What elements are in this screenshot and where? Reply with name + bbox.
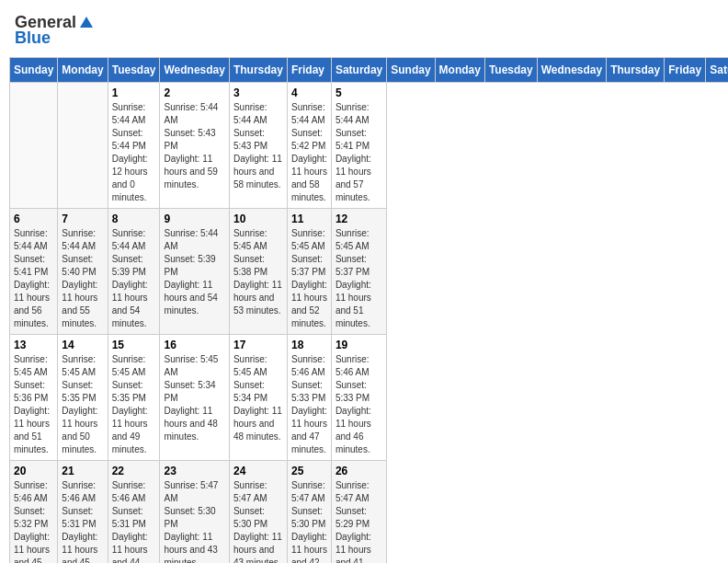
weekday-header: Sunday xyxy=(10,58,58,83)
weekday-header-cell: Tuesday xyxy=(484,58,537,83)
day-info: Sunrise: 5:44 AMSunset: 5:42 PMDaylight:… xyxy=(291,101,327,204)
day-info: Sunrise: 5:45 AMSunset: 5:38 PMDaylight:… xyxy=(233,227,283,317)
day-info: Sunrise: 5:44 AMSunset: 5:43 PMDaylight:… xyxy=(164,101,224,191)
day-info: Sunrise: 5:45 AMSunset: 5:34 PMDaylight:… xyxy=(164,353,224,443)
calendar-cell: 5Sunrise: 5:44 AMSunset: 5:41 PMDaylight… xyxy=(331,83,386,209)
day-info: Sunrise: 5:46 AMSunset: 5:33 PMDaylight:… xyxy=(336,353,382,456)
calendar-cell: 15Sunrise: 5:45 AMSunset: 5:35 PMDayligh… xyxy=(108,335,160,461)
calendar-cell xyxy=(58,83,108,209)
day-info: Sunrise: 5:44 AMSunset: 5:39 PMDaylight:… xyxy=(164,227,224,317)
calendar-table: SundayMondayTuesdayWednesdayThursdayFrid… xyxy=(9,57,728,563)
day-number: 1 xyxy=(112,86,156,99)
day-number: 16 xyxy=(164,339,224,351)
day-info: Sunrise: 5:45 AMSunset: 5:37 PMDaylight:… xyxy=(336,227,382,330)
day-number: 25 xyxy=(291,465,327,477)
calendar-cell: 4Sunrise: 5:44 AMSunset: 5:42 PMDaylight… xyxy=(287,83,331,209)
weekday-header: Thursday xyxy=(229,58,287,83)
day-number: 6 xyxy=(14,213,53,225)
day-number: 20 xyxy=(14,465,53,477)
day-number: 10 xyxy=(233,213,283,225)
day-info: Sunrise: 5:44 AMSunset: 5:44 PMDaylight:… xyxy=(112,101,156,204)
calendar-header-row: SundayMondayTuesdayWednesdayThursdayFrid… xyxy=(10,58,729,83)
day-info: Sunrise: 5:46 AMSunset: 5:33 PMDaylight:… xyxy=(291,353,327,456)
weekday-header-cell: Thursday xyxy=(607,58,665,83)
day-info: Sunrise: 5:44 AMSunset: 5:40 PMDaylight:… xyxy=(62,227,103,330)
weekday-header-cell: Wednesday xyxy=(537,58,606,83)
day-info: Sunrise: 5:47 AMSunset: 5:30 PMDaylight:… xyxy=(291,479,327,563)
calendar-cell: 18Sunrise: 5:46 AMSunset: 5:33 PMDayligh… xyxy=(287,335,331,461)
calendar-cell: 17Sunrise: 5:45 AMSunset: 5:34 PMDayligh… xyxy=(229,335,287,461)
calendar-cell: 24Sunrise: 5:47 AMSunset: 5:30 PMDayligh… xyxy=(229,461,287,564)
calendar-cell: 11Sunrise: 5:45 AMSunset: 5:37 PMDayligh… xyxy=(287,209,331,335)
day-number: 18 xyxy=(291,339,327,351)
day-info: Sunrise: 5:45 AMSunset: 5:35 PMDaylight:… xyxy=(112,353,156,456)
calendar-cell: 14Sunrise: 5:45 AMSunset: 5:35 PMDayligh… xyxy=(58,335,108,461)
weekday-header: Monday xyxy=(58,58,108,83)
day-number: 11 xyxy=(291,213,327,225)
day-info: Sunrise: 5:47 AMSunset: 5:30 PMDaylight:… xyxy=(233,479,283,563)
day-info: Sunrise: 5:44 AMSunset: 5:41 PMDaylight:… xyxy=(336,101,382,204)
calendar-cell: 6Sunrise: 5:44 AMSunset: 5:41 PMDaylight… xyxy=(10,209,58,335)
day-info: Sunrise: 5:46 AMSunset: 5:32 PMDaylight:… xyxy=(14,479,53,563)
day-info: Sunrise: 5:46 AMSunset: 5:31 PMDaylight:… xyxy=(112,479,156,563)
calendar-cell xyxy=(10,83,58,209)
day-info: Sunrise: 5:47 AMSunset: 5:29 PMDaylight:… xyxy=(336,479,382,563)
day-info: Sunrise: 5:47 AMSunset: 5:30 PMDaylight:… xyxy=(164,479,224,563)
day-info: Sunrise: 5:45 AMSunset: 5:35 PMDaylight:… xyxy=(62,353,103,456)
day-number: 7 xyxy=(62,213,103,225)
page-header: General Blue xyxy=(9,9,719,52)
calendar-cell: 1Sunrise: 5:44 AMSunset: 5:44 PMDaylight… xyxy=(108,83,160,209)
calendar-cell: 22Sunrise: 5:46 AMSunset: 5:31 PMDayligh… xyxy=(108,461,160,564)
day-number: 4 xyxy=(291,86,327,99)
calendar-cell: 13Sunrise: 5:45 AMSunset: 5:36 PMDayligh… xyxy=(10,335,58,461)
calendar-cell: 12Sunrise: 5:45 AMSunset: 5:37 PMDayligh… xyxy=(331,209,386,335)
calendar-cell: 23Sunrise: 5:47 AMSunset: 5:30 PMDayligh… xyxy=(160,461,229,564)
day-number: 15 xyxy=(112,339,156,351)
calendar-cell: 10Sunrise: 5:45 AMSunset: 5:38 PMDayligh… xyxy=(229,209,287,335)
day-number: 23 xyxy=(164,465,224,477)
logo-blue-text: Blue xyxy=(15,29,51,48)
day-info: Sunrise: 5:44 AMSunset: 5:43 PMDaylight:… xyxy=(233,101,283,191)
day-info: Sunrise: 5:46 AMSunset: 5:31 PMDaylight:… xyxy=(62,479,103,563)
day-info: Sunrise: 5:45 AMSunset: 5:36 PMDaylight:… xyxy=(14,353,53,456)
calendar-cell: 8Sunrise: 5:44 AMSunset: 5:39 PMDaylight… xyxy=(108,209,160,335)
weekday-header: Saturday xyxy=(331,58,386,83)
day-number: 2 xyxy=(164,86,224,99)
day-info: Sunrise: 5:45 AMSunset: 5:34 PMDaylight:… xyxy=(233,353,283,443)
calendar-cell: 3Sunrise: 5:44 AMSunset: 5:43 PMDaylight… xyxy=(229,83,287,209)
calendar-cell: 26Sunrise: 5:47 AMSunset: 5:29 PMDayligh… xyxy=(331,461,386,564)
day-info: Sunrise: 5:44 AMSunset: 5:41 PMDaylight:… xyxy=(14,227,53,330)
day-number: 21 xyxy=(62,465,103,477)
calendar-cell: 9Sunrise: 5:44 AMSunset: 5:39 PMDaylight… xyxy=(160,209,229,335)
calendar-cell: 2Sunrise: 5:44 AMSunset: 5:43 PMDaylight… xyxy=(160,83,229,209)
day-number: 3 xyxy=(233,86,283,99)
weekday-header: Friday xyxy=(287,58,331,83)
calendar-week-row: 1Sunrise: 5:44 AMSunset: 5:44 PMDaylight… xyxy=(10,83,729,209)
calendar-week-row: 6Sunrise: 5:44 AMSunset: 5:41 PMDaylight… xyxy=(10,209,729,335)
day-number: 8 xyxy=(112,213,156,225)
day-info: Sunrise: 5:44 AMSunset: 5:39 PMDaylight:… xyxy=(112,227,156,330)
weekday-header-cell: Sunday xyxy=(387,58,435,83)
calendar-cell: 25Sunrise: 5:47 AMSunset: 5:30 PMDayligh… xyxy=(287,461,331,564)
calendar-cell: 16Sunrise: 5:45 AMSunset: 5:34 PMDayligh… xyxy=(160,335,229,461)
weekday-header-cell: Monday xyxy=(435,58,484,83)
weekday-header: Wednesday xyxy=(160,58,229,83)
day-number: 5 xyxy=(336,86,382,99)
day-info: Sunrise: 5:45 AMSunset: 5:37 PMDaylight:… xyxy=(291,227,327,330)
day-number: 26 xyxy=(336,465,382,477)
calendar-week-row: 20Sunrise: 5:46 AMSunset: 5:32 PMDayligh… xyxy=(10,461,729,564)
day-number: 22 xyxy=(112,465,156,477)
day-number: 24 xyxy=(233,465,283,477)
svg-marker-0 xyxy=(80,17,93,28)
logo: General Blue xyxy=(15,13,95,48)
calendar-cell: 19Sunrise: 5:46 AMSunset: 5:33 PMDayligh… xyxy=(331,335,386,461)
calendar-cell: 21Sunrise: 5:46 AMSunset: 5:31 PMDayligh… xyxy=(58,461,108,564)
calendar-cell: 7Sunrise: 5:44 AMSunset: 5:40 PMDaylight… xyxy=(58,209,108,335)
calendar-cell: 20Sunrise: 5:46 AMSunset: 5:32 PMDayligh… xyxy=(10,461,58,564)
day-number: 14 xyxy=(62,339,103,351)
day-number: 9 xyxy=(164,213,224,225)
day-number: 13 xyxy=(14,339,53,351)
day-number: 12 xyxy=(336,213,382,225)
weekday-header-cell: Friday xyxy=(665,58,706,83)
weekday-header-cell: Saturday xyxy=(706,58,728,83)
